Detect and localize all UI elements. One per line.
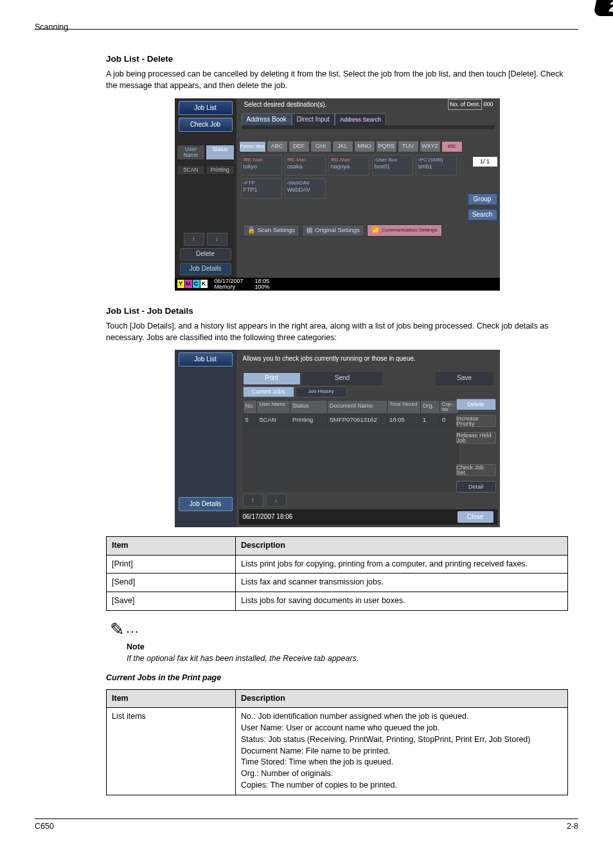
dest-nagoya[interactable]: ✉E-Mailnagoya: [328, 155, 369, 176]
heading-current-jobs: Current Jobs in the Print page: [106, 673, 568, 684]
status-memlabel: Memory: [215, 284, 244, 290]
sidebar-tab-jobdetails[interactable]: Job Details: [179, 497, 233, 511]
sidebar-tab-joblist2[interactable]: Job List: [179, 352, 233, 366]
dots-icon: ...: [127, 624, 140, 635]
cell-item: List items: [107, 708, 236, 795]
subtab-current-jobs[interactable]: Current Jobs: [243, 386, 294, 397]
para-joblist-details: Touch [Job Details], and a history list …: [106, 321, 568, 344]
tab-print[interactable]: Print: [243, 372, 301, 385]
filter-tuv[interactable]: TUV: [398, 141, 419, 152]
para-joblist-delete: A job being processed can be cancelled b…: [106, 69, 568, 92]
filter-ghi[interactable]: GHI: [310, 141, 332, 152]
scroll-up-button[interactable]: ↑: [184, 233, 204, 246]
top-message: Select desired destination(s).: [244, 100, 327, 109]
th-time: Time Stored: [387, 401, 421, 413]
th-status: Status: [290, 401, 328, 413]
th-item2: Item: [107, 689, 236, 708]
arrow-down-icon: ↓: [215, 235, 218, 244]
th-org: Org.: [421, 401, 440, 413]
filter-pqrs[interactable]: PQRS: [376, 141, 397, 152]
cell-item: [Print]: [107, 555, 236, 574]
detail-button[interactable]: Detail: [456, 481, 496, 493]
th-copies: Cop- ies: [440, 401, 458, 413]
cell-description: No.: Job identification number assigned …: [236, 708, 568, 795]
printjob-items-table: Item Description List itemsNo.: Job iden…: [106, 689, 568, 795]
cell-description: Lists jobs for saving documents in user …: [236, 592, 568, 611]
increase-priority-button[interactable]: Increase Priority: [456, 415, 496, 427]
check-job-set-button[interactable]: Check Job Set.: [456, 464, 496, 476]
footer-right: 2-8: [567, 822, 578, 831]
cell-description: Lists print jobs for copying, printing f…: [236, 555, 568, 574]
header-section: Scanning: [35, 23, 68, 32]
filter-favorites[interactable]: Favor- ites: [239, 141, 266, 152]
dest-ftp1[interactable]: ▫FTPFTP1: [241, 178, 282, 199]
top-message2: Allows you to check jobs currently runni…: [239, 351, 497, 366]
subtab-job-history[interactable]: Job History: [296, 386, 347, 397]
tab-send[interactable]: Send: [303, 372, 382, 385]
col-status: Status: [206, 145, 235, 160]
delete-button[interactable]: Delete: [180, 248, 231, 260]
search-button[interactable]: Search: [468, 209, 497, 221]
tab-address-search[interactable]: Address Search: [335, 113, 386, 125]
lock-icon: 🔒: [247, 226, 255, 235]
footer-left: C650: [35, 822, 54, 831]
dest-osaka[interactable]: ✉E-Mailosaka: [285, 155, 326, 176]
heading-joblist-delete: Job List - Delete: [106, 53, 568, 65]
original-settings-button[interactable]: ▤Original Settings: [302, 224, 364, 237]
communication-settings-button[interactable]: 📶Communication Settings: [367, 224, 442, 237]
heading-joblist-details: Job List - Job Details: [106, 305, 568, 317]
tab-direct-input[interactable]: Direct Input: [292, 113, 335, 125]
th-docname: Document Name: [328, 401, 387, 413]
pencil-icon: ✎: [110, 617, 125, 642]
screenshot-job-details: Job List Job Details Allows you to check…: [175, 350, 500, 527]
sidebar-tab-checkjob[interactable]: Check Job: [179, 118, 233, 132]
note-text: If the optional fax kit has been install…: [127, 653, 568, 665]
th-description: Description: [236, 536, 568, 555]
scan-settings-button[interactable]: 🔒Scan Settings: [243, 224, 300, 237]
sidebar-tab-joblist[interactable]: Job List: [179, 101, 233, 115]
scroll-up-button2[interactable]: ↑: [243, 494, 263, 507]
cell-item: [Save]: [107, 592, 236, 611]
job-details-button[interactable]: Job Details: [180, 263, 231, 275]
counter-label: No. of Dest.: [448, 99, 483, 110]
filter-def[interactable]: DEF: [289, 141, 310, 152]
th-item: Item: [107, 536, 236, 555]
page-icon: ▤: [306, 226, 312, 235]
filter-abc[interactable]: ABC: [267, 141, 288, 152]
group-button[interactable]: Group: [468, 194, 497, 205]
filter-mno[interactable]: MNO: [354, 141, 375, 152]
table-row[interactable]: 5 SCAN Printing SMFP070613162 18:05 1 0: [243, 414, 459, 426]
status-row-status: Printing: [206, 165, 235, 175]
dest-smb1[interactable]: ▫PC (SMB)smb1: [416, 155, 457, 176]
status-mem: 100%: [255, 284, 270, 290]
status-date-time2: 06/17/2007 18:06: [243, 512, 293, 521]
toner-c-icon: C: [193, 280, 200, 288]
th-description2: Description: [236, 689, 568, 708]
cell-item: [Send]: [107, 574, 236, 592]
delete-button2[interactable]: Delete: [456, 399, 496, 410]
dest-webdav[interactable]: ▫WebDAVWebDAV: [285, 178, 326, 199]
filter-jkl[interactable]: JKL: [332, 141, 353, 152]
tab-save[interactable]: Save: [436, 372, 493, 385]
scroll-down-button[interactable]: ↓: [207, 233, 227, 246]
th-no: No.: [244, 401, 258, 413]
note-label: Note: [127, 642, 568, 653]
chapter-chip: 2: [593, 0, 613, 16]
dest-tokyo[interactable]: ✉E-Mailtokyo: [241, 155, 282, 176]
toner-k-icon: K: [200, 280, 208, 288]
counter-value: 000: [483, 100, 493, 109]
toner-y-icon: Y: [177, 280, 184, 288]
filter-wxyz[interactable]: WXYZ: [420, 141, 441, 152]
scroll-down-button2[interactable]: ↓: [266, 494, 287, 507]
comm-icon: 📶: [371, 228, 379, 233]
filter-etc[interactable]: etc: [441, 141, 463, 152]
cell-description: Lists fax and scanner transmission jobs.: [236, 574, 568, 592]
status-row-name: SCAN: [177, 165, 206, 175]
screenshot-joblist-delete: Job List Check Job Select desired destin…: [175, 98, 500, 291]
release-held-job-button[interactable]: Release Held Job: [456, 432, 496, 444]
jobtype-table: Item Description [Print]Lists print jobs…: [106, 536, 568, 611]
close-button[interactable]: Close: [458, 511, 493, 523]
tab-address-book[interactable]: Address Book: [242, 113, 292, 125]
th-user: User Name: [257, 401, 290, 413]
dest-box01[interactable]: ▫User Boxbox01: [372, 155, 413, 176]
